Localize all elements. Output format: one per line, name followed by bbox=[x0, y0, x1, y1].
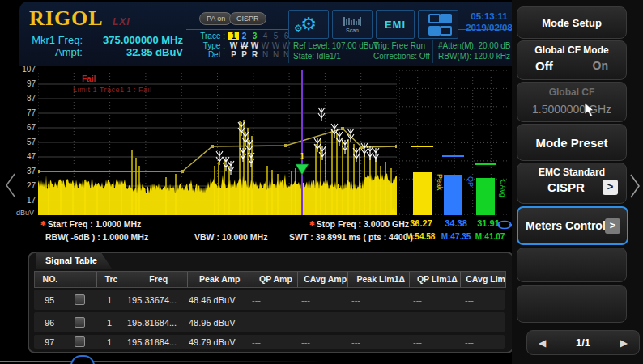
lxi-badge: LXI bbox=[113, 16, 130, 28]
pa-on-button[interactable]: PA on bbox=[199, 12, 232, 25]
table-row-97[interactable]: 97 1 195.81684... 49.79 dBuV --- --- ---… bbox=[34, 335, 505, 349]
cell-qp-amp: --- bbox=[247, 337, 296, 347]
mode-setup-label: Mode Setup bbox=[542, 17, 602, 29]
bottom-pull-handle[interactable] bbox=[70, 355, 95, 364]
page-navigator: ◀ 1/1 ▶ bbox=[526, 330, 640, 355]
emi-mode-button[interactable]: EMI bbox=[376, 10, 415, 39]
scan-button-label: Scan bbox=[346, 28, 359, 33]
type-1: W bbox=[228, 41, 239, 50]
header-check[interactable] bbox=[66, 272, 97, 287]
y-axis-unit: dBuV bbox=[16, 209, 34, 217]
svg-text:1: 1 bbox=[300, 151, 304, 161]
y-tick-27: 27 bbox=[15, 181, 36, 190]
vbw-text: VBW : 10.000 MHz bbox=[194, 232, 267, 242]
global-cf-button[interactable]: Global CF 1.5000000 GHz bbox=[517, 82, 627, 122]
fail-status-text: Fail bbox=[82, 74, 96, 83]
left-panel-chevron[interactable] bbox=[4, 172, 17, 198]
system-settings-button[interactable]: ⚙ ⚙ bbox=[288, 10, 329, 39]
header-freq[interactable]: Freq bbox=[126, 272, 188, 287]
header-qp-amp[interactable]: QP Amp bbox=[249, 272, 299, 287]
right-panel-chevron[interactable] bbox=[628, 173, 641, 199]
gear-small-icon: ⚙ bbox=[294, 23, 303, 33]
rbw-m-text: RBW(M): 120.0 kHz bbox=[438, 51, 510, 61]
meters-display[interactable]: PeakQPCAvg bbox=[399, 70, 509, 215]
table-row-95[interactable]: 95 1 195.33674... 48.46 dBuV --- --- ---… bbox=[34, 290, 505, 310]
header-cavg-lim[interactable]: CAvg Lim1Δ bbox=[461, 272, 505, 287]
global-cf-mode-title: Global CF Mode bbox=[517, 41, 626, 56]
det-2: P bbox=[239, 50, 249, 59]
header-trc[interactable]: Trc bbox=[97, 272, 127, 287]
meters-control-arrow-icon[interactable]: > bbox=[605, 218, 620, 234]
det-5: N bbox=[270, 50, 281, 59]
cell-qp-lim: --- bbox=[408, 318, 460, 328]
cell-cavg-lim: --- bbox=[460, 295, 505, 305]
det-1: P bbox=[228, 50, 239, 59]
cell-peak-amp: 48.95 dBuV bbox=[185, 318, 247, 328]
cell-peak-amp: 48.46 dBuV bbox=[185, 295, 247, 305]
type-2: W bbox=[239, 41, 249, 50]
cell-trc: 1 bbox=[95, 318, 124, 328]
scan-button[interactable]: Scan bbox=[332, 10, 373, 39]
cell-trc: 1 bbox=[95, 337, 124, 347]
table-row-96[interactable]: 96 1 195.81684... 48.95 dBuV --- --- ---… bbox=[34, 312, 505, 332]
scan-icon bbox=[343, 16, 361, 27]
emc-standard-title: EMC Standard bbox=[517, 163, 626, 178]
cell-freq: 195.33674... bbox=[124, 295, 185, 305]
type-legend-row: Type :WWWWWW bbox=[193, 41, 292, 50]
trace-2[interactable]: 2 bbox=[239, 32, 249, 40]
cell-qp-amp: --- bbox=[247, 318, 296, 328]
mode-preset-button[interactable]: Mode Preset bbox=[517, 124, 627, 161]
page-next-icon[interactable]: ▶ bbox=[620, 337, 628, 349]
ref-level-text: Ref Level: 107.00 dBuV bbox=[293, 40, 379, 51]
mode-setup-button[interactable]: Mode Setup bbox=[517, 6, 627, 39]
marker-ampt-value: 32.85 dBuV bbox=[86, 46, 183, 58]
cell-peak-lim: --- bbox=[347, 318, 408, 328]
trace-4[interactable]: 4 bbox=[260, 32, 270, 40]
global-cf-mode-off[interactable]: Off bbox=[535, 59, 553, 73]
type-4: W bbox=[260, 41, 270, 50]
emc-standard-button[interactable]: EMC Standard CISPR > bbox=[517, 163, 627, 204]
det-3: R bbox=[249, 50, 260, 59]
meters-control-button[interactable]: Meters Control > bbox=[517, 206, 628, 245]
page-prev-icon[interactable]: ◀ bbox=[539, 337, 546, 349]
svg-text:Peak: Peak bbox=[436, 174, 444, 191]
global-cf-mode-button[interactable]: Global CF Mode Off On bbox=[517, 40, 627, 80]
header-peak-lim[interactable]: Peak Lim1Δ bbox=[348, 272, 410, 287]
trace-legend-row: Trace :123456 bbox=[193, 32, 292, 40]
start-freq-marker: ✱ bbox=[40, 220, 46, 227]
state-text: State: Idle1/1 bbox=[293, 51, 341, 61]
mouse-cursor bbox=[584, 102, 594, 117]
cispr-button[interactable]: CISPR bbox=[229, 12, 266, 25]
header-cavg-amp[interactable]: CAvg Amp bbox=[298, 272, 348, 287]
meter-refresh-icon[interactable] bbox=[496, 220, 513, 230]
row-checkbox[interactable] bbox=[75, 317, 85, 328]
svg-text:CAvg: CAvg bbox=[499, 180, 507, 197]
trace-3[interactable]: 3 bbox=[249, 32, 260, 40]
det-6: N bbox=[281, 50, 292, 59]
row-checkbox[interactable] bbox=[75, 294, 85, 305]
y-tick-77: 77 bbox=[15, 108, 36, 117]
multi-window-button[interactable] bbox=[418, 10, 458, 39]
det-legend-row: Det :PPRNNN bbox=[193, 50, 292, 59]
header-peak-amp[interactable]: Peak Amp bbox=[188, 272, 249, 287]
cell-cavg-amp: --- bbox=[296, 318, 347, 328]
softkey-blank-2[interactable] bbox=[517, 285, 627, 323]
trace-5[interactable]: 5 bbox=[270, 32, 281, 40]
signal-table-tab[interactable]: Signal Table bbox=[36, 252, 112, 269]
header-no[interactable]: NO. bbox=[35, 272, 66, 287]
header-qp-lim[interactable]: QP Lim1Δ bbox=[410, 272, 462, 287]
marker-freq-value: 375.000000 MHz bbox=[86, 34, 183, 46]
trace-1[interactable]: 1 bbox=[228, 32, 239, 40]
limit-status-text: Limit 1 Trace1 1 : Fail bbox=[73, 86, 152, 94]
settings-divider-1 bbox=[288, 40, 289, 63]
svg-text:QP: QP bbox=[466, 176, 475, 187]
type-3: W bbox=[249, 41, 260, 50]
settings-divider-2 bbox=[368, 40, 368, 63]
emc-standard-arrow-icon[interactable]: > bbox=[603, 180, 618, 195]
qp-meter-max: M:47.35 bbox=[437, 232, 475, 241]
softkey-blank-1[interactable] bbox=[517, 248, 627, 282]
global-cf-mode-on[interactable]: On bbox=[593, 59, 608, 73]
row-checkbox[interactable] bbox=[75, 336, 85, 347]
global-cf-value: 1.5000000 GHz bbox=[517, 103, 626, 116]
bottom-edge-line bbox=[0, 361, 324, 362]
